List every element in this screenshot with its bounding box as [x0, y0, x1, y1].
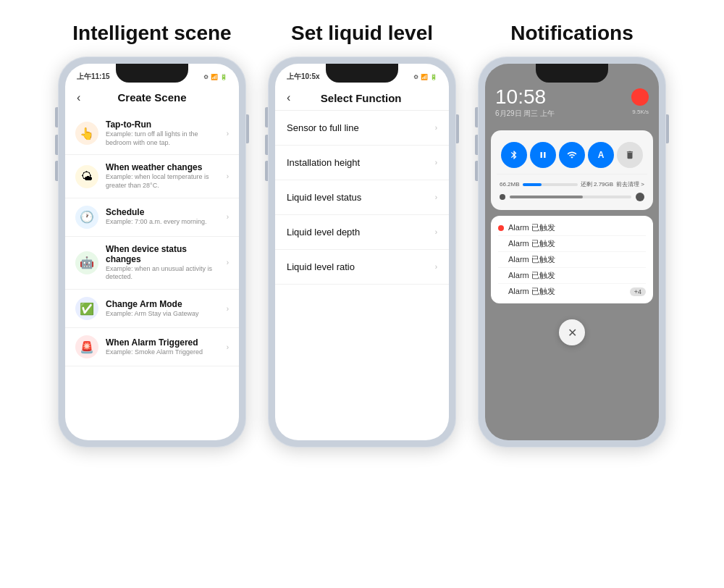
wifi-button[interactable]	[559, 142, 585, 168]
func-item-1[interactable]: Sensor to full line ›	[275, 111, 449, 146]
alarm-text-4: Alarm 已触发	[508, 270, 555, 281]
func-arrow-3: ›	[435, 193, 437, 201]
volume-mute-button-2	[265, 107, 268, 127]
scene-arrow-6: ›	[227, 343, 229, 351]
tap-to-run-icon: 👆	[75, 122, 98, 145]
power-button-3	[666, 114, 669, 143]
func-item-text-3: Liquid level status	[287, 192, 361, 203]
func-arrow-5: ›	[435, 263, 437, 271]
storage-used: 66.2MB	[500, 181, 520, 188]
weather-icon: 🌤	[75, 165, 98, 188]
func-item-text-1: Sensor to full line	[287, 122, 359, 133]
alarm-row-4[interactable]: Alarm 已触发	[498, 268, 646, 284]
alarm-dot-1	[498, 225, 504, 231]
pause-button[interactable]	[530, 142, 556, 168]
bluetooth-button[interactable]	[501, 142, 527, 168]
alarm-row-3[interactable]: Alarm 已触发	[498, 252, 646, 268]
notif-speed: 9.5K/s	[632, 109, 649, 115]
alarm-text-1: Alarm 已触发	[508, 222, 555, 233]
storage-suffix: 前去清理 >	[616, 180, 644, 188]
func-item-4[interactable]: Liquid level depth ›	[275, 215, 449, 250]
close-button[interactable]: ✕	[559, 319, 585, 345]
scene-item-desc-1: Example: turn off all lights in the bedr…	[106, 130, 219, 147]
func-item-text-4: Liquid level depth	[287, 227, 360, 238]
scene-arrow-5: ›	[227, 305, 229, 313]
func-arrow-1: ›	[435, 124, 437, 132]
alarm-text-3: Alarm 已触发	[508, 254, 555, 265]
a-button[interactable]: A	[588, 142, 614, 168]
scene-item-title-5: Change Arm Mode	[106, 299, 219, 309]
scene-item-arm-mode[interactable]: ✅ Change Arm Mode Example: Arm Stay via …	[65, 290, 239, 328]
phone-liquid: 上午10:5x ⚙ 📶 🔋 ‹ Select Function Sensor t…	[268, 56, 456, 448]
quick-actions-panel: A 66.2MB 还剩 2.79GB 前去清理 >	[491, 130, 653, 210]
func-arrow-2: ›	[435, 159, 437, 167]
scene-item-title-1: Tap-to-Run	[106, 119, 219, 130]
power-button	[246, 114, 249, 143]
scene-item-tap-to-run[interactable]: 👆 Tap-to-Run Example: turn off all light…	[65, 112, 239, 155]
func-arrow-4: ›	[435, 228, 437, 236]
scene-item-desc-2: Example: when local temperature is great…	[106, 173, 219, 190]
status-time-2: 上午10:5x	[287, 72, 320, 82]
brightness-max-icon	[636, 193, 644, 201]
func-header: ‹ Select Function	[275, 85, 449, 111]
volume-up-button-3	[475, 135, 478, 155]
scene-item-text-2: When weather changes Example: when local…	[106, 162, 219, 190]
alarm-row-1[interactable]: Alarm 已触发	[498, 220, 646, 236]
storage-total: 还剩 2.79GB	[581, 180, 613, 188]
brightness-row	[497, 190, 647, 204]
scene-item-alarm[interactable]: 🚨 When Alarm Triggered Example: Smoke Al…	[65, 328, 239, 366]
notch-1	[116, 64, 188, 83]
scene-arrow-4: ›	[227, 259, 229, 266]
schedule-icon: 🕐	[75, 206, 98, 229]
section-title-3: Notifications	[510, 22, 634, 45]
volume-down-button-3	[475, 161, 478, 181]
scene-item-desc-3: Example: 7:00 a.m. every morning.	[106, 218, 219, 227]
notif-time-block: 10:58 6月29日 周三 上午	[495, 85, 555, 119]
scene-item-text-6: When Alarm Triggered Example: Smoke Alar…	[106, 337, 219, 357]
alarm-count-badge: +4	[630, 287, 646, 296]
notch-3	[536, 64, 608, 83]
section-title-1: Intelligent scene	[72, 22, 231, 45]
power-button-2	[456, 114, 459, 143]
notif-date: 6月29日 周三 上午	[495, 109, 555, 119]
scene-item-title-3: Schedule	[106, 207, 219, 217]
volume-mute-button	[55, 107, 58, 127]
scene-item-device-status[interactable]: 🤖 When device status changes Example: wh…	[65, 237, 239, 290]
storage-bar	[523, 183, 578, 186]
status-icons-2: ⚙ 📶 🔋	[413, 74, 437, 80]
brightness-fill	[510, 196, 583, 198]
scene-item-desc-6: Example: Smoke Alarm Triggered	[106, 348, 219, 357]
scene-item-schedule[interactable]: 🕐 Schedule Example: 7:00 a.m. every morn…	[65, 198, 239, 237]
phone-scene: 上午11:15 ⚙ 📶 🔋 ‹ Create Scene 👆 Ta	[58, 56, 246, 448]
scene-header: ‹ Create Scene	[65, 85, 239, 109]
scene-item-text-3: Schedule Example: 7:00 a.m. every mornin…	[106, 207, 219, 227]
func-item-text-2: Installation height	[287, 157, 360, 168]
scene-item-weather[interactable]: 🌤 When weather changes Example: when loc…	[65, 155, 239, 198]
storage-fill	[523, 183, 542, 186]
brightness-bar[interactable]	[510, 196, 631, 198]
scene-item-desc-5: Example: Arm Stay via Gateway	[106, 310, 219, 319]
section-title-2: Set liquid level	[291, 22, 433, 45]
func-item-2[interactable]: Installation height ›	[275, 146, 449, 180]
phone-screen-scene: 上午11:15 ⚙ 📶 🔋 ‹ Create Scene 👆 Ta	[65, 64, 239, 440]
scene-item-title-6: When Alarm Triggered	[106, 337, 219, 348]
volume-down-button	[55, 161, 58, 181]
func-back-button[interactable]: ‹	[287, 91, 290, 104]
brightness-icon	[500, 194, 505, 200]
alarm-panel: Alarm 已触发 Alarm 已触发 Alarm 已触发 Alarm 已触发	[491, 216, 653, 303]
scene-item-text-1: Tap-to-Run Example: turn off all lights …	[106, 119, 219, 147]
status-time-1: 上午11:15	[77, 72, 110, 82]
volume-mute-button-3	[475, 107, 478, 127]
volume-up-button	[55, 135, 58, 155]
func-item-3[interactable]: Liquid level status ›	[275, 180, 449, 215]
device-status-icon: 🤖	[75, 251, 98, 274]
trash-button[interactable]	[617, 142, 643, 168]
storage-row: 66.2MB 还剩 2.79GB 前去清理 >	[497, 179, 647, 190]
alarm-row-5[interactable]: Alarm 已触发 +4	[498, 284, 646, 299]
alarm-text-5: Alarm 已触发	[508, 286, 555, 297]
alarm-row-2[interactable]: Alarm 已触发	[498, 236, 646, 252]
func-header-title: Select Function	[296, 92, 437, 104]
func-item-5[interactable]: Liquid level ratio ›	[275, 250, 449, 285]
scene-back-button[interactable]: ‹	[77, 91, 80, 104]
volume-down-button-2	[265, 161, 268, 181]
